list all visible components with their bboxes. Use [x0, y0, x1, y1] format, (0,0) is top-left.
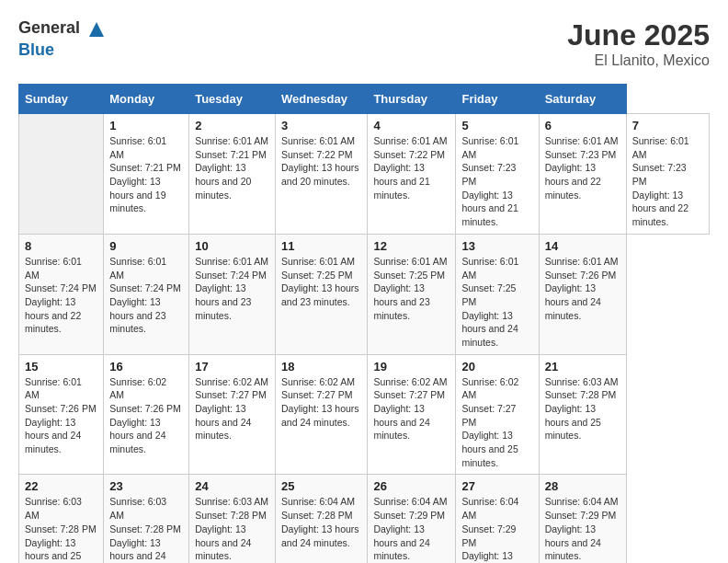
day-info: Sunrise: 6:01 AMSunset: 7:26 PMDaylight:… — [25, 376, 97, 454]
day-number: 20 — [461, 360, 532, 373]
day-info: Sunrise: 6:03 AMSunset: 7:28 PMDaylight:… — [25, 496, 97, 563]
svg-marker-0 — [89, 22, 104, 37]
day-number: 10 — [195, 239, 269, 253]
day-number: 9 — [109, 239, 183, 253]
weekday-header-thursday: Thursday — [368, 85, 456, 114]
calendar-cell: 26 Sunrise: 6:04 AMSunset: 7:29 PMDaylig… — [368, 475, 456, 563]
logo-blue: Blue — [18, 40, 54, 59]
day-number: 23 — [109, 479, 183, 493]
day-number: 22 — [25, 479, 97, 493]
logo-icon — [85, 18, 108, 40]
calendar-cell: 9 Sunrise: 6:01 AMSunset: 7:24 PMDayligh… — [104, 234, 189, 354]
day-info: Sunrise: 6:04 AMSunset: 7:29 PMDaylight:… — [461, 496, 518, 563]
day-number: 25 — [281, 479, 361, 493]
calendar-cell: 10 Sunrise: 6:01 AMSunset: 7:24 PMDaylig… — [189, 234, 276, 354]
title-section: June 2025 El Llanito, Mexico — [567, 18, 710, 69]
day-info: Sunrise: 6:01 AMSunset: 7:24 PMDaylight:… — [109, 256, 181, 334]
day-info: Sunrise: 6:01 AMSunset: 7:23 PMDaylight:… — [632, 135, 689, 227]
day-info: Sunrise: 6:04 AMSunset: 7:29 PMDaylight:… — [545, 496, 619, 561]
calendar-cell: 24 Sunrise: 6:03 AMSunset: 7:28 PMDaylig… — [189, 475, 276, 563]
calendar-cell: 17 Sunrise: 6:02 AMSunset: 7:27 PMDaylig… — [189, 354, 276, 475]
calendar-cell: 25 Sunrise: 6:04 AMSunset: 7:28 PMDaylig… — [275, 475, 367, 563]
location-title: El Llanito, Mexico — [567, 52, 710, 69]
day-info: Sunrise: 6:02 AMSunset: 7:27 PMDaylight:… — [195, 376, 268, 442]
calendar-cell: 22 Sunrise: 6:03 AMSunset: 7:28 PMDaylig… — [19, 475, 104, 563]
day-number: 26 — [373, 479, 449, 493]
weekday-header-tuesday: Tuesday — [189, 85, 276, 114]
day-info: Sunrise: 6:01 AMSunset: 7:25 PMDaylight:… — [281, 256, 359, 307]
calendar-cell: 15 Sunrise: 6:01 AMSunset: 7:26 PMDaylig… — [19, 354, 104, 475]
day-number: 5 — [461, 119, 532, 132]
day-number: 12 — [373, 239, 449, 253]
logo: General Blue — [18, 18, 108, 60]
month-title: June 2025 — [567, 18, 710, 52]
weekday-header-friday: Friday — [456, 85, 539, 114]
day-number: 28 — [545, 479, 620, 493]
day-number: 4 — [373, 119, 449, 132]
logo-text: General Blue — [18, 18, 108, 60]
calendar-cell: 28 Sunrise: 6:04 AMSunset: 7:29 PMDaylig… — [539, 475, 626, 563]
day-info: Sunrise: 6:01 AMSunset: 7:25 PMDaylight:… — [373, 256, 447, 321]
calendar-cell: 1 Sunrise: 6:01 AMSunset: 7:21 PMDayligh… — [104, 114, 189, 235]
calendar-cell: 5 Sunrise: 6:01 AMSunset: 7:23 PMDayligh… — [456, 114, 539, 235]
calendar-table: SundayMondayTuesdayWednesdayThursdayFrid… — [18, 84, 710, 563]
day-number: 7 — [632, 119, 703, 132]
calendar-cell: 16 Sunrise: 6:02 AMSunset: 7:26 PMDaylig… — [104, 354, 189, 475]
day-number: 3 — [281, 119, 361, 132]
day-info: Sunrise: 6:03 AMSunset: 7:28 PMDaylight:… — [109, 496, 181, 563]
day-number: 18 — [281, 360, 361, 373]
day-info: Sunrise: 6:02 AMSunset: 7:26 PMDaylight:… — [109, 376, 181, 454]
weekday-header-saturday: Saturday — [539, 85, 626, 114]
day-number: 14 — [545, 239, 620, 253]
calendar-cell: 3 Sunrise: 6:01 AMSunset: 7:22 PMDayligh… — [275, 114, 367, 235]
day-info: Sunrise: 6:01 AMSunset: 7:24 PMDaylight:… — [25, 256, 97, 334]
day-number: 13 — [461, 239, 532, 253]
day-info: Sunrise: 6:01 AMSunset: 7:22 PMDaylight:… — [281, 135, 359, 187]
day-number: 24 — [195, 479, 269, 493]
calendar-cell: 20 Sunrise: 6:02 AMSunset: 7:27 PMDaylig… — [456, 354, 539, 475]
weekday-header-row: SundayMondayTuesdayWednesdayThursdayFrid… — [19, 85, 710, 114]
day-number: 21 — [545, 360, 620, 373]
day-info: Sunrise: 6:02 AMSunset: 7:27 PMDaylight:… — [373, 376, 447, 442]
day-info: Sunrise: 6:01 AMSunset: 7:21 PMDaylight:… — [109, 135, 181, 213]
logo-general: General — [18, 18, 80, 37]
day-number: 16 — [109, 360, 183, 373]
calendar-cell: 23 Sunrise: 6:03 AMSunset: 7:28 PMDaylig… — [104, 475, 189, 563]
day-info: Sunrise: 6:03 AMSunset: 7:28 PMDaylight:… — [195, 496, 268, 561]
day-number: 2 — [195, 119, 269, 132]
calendar-cell: 21 Sunrise: 6:03 AMSunset: 7:28 PMDaylig… — [539, 354, 626, 475]
day-number: 19 — [373, 360, 449, 373]
header: General Blue June 2025 El Llanito, Mexic… — [18, 18, 710, 69]
day-info: Sunrise: 6:01 AMSunset: 7:24 PMDaylight:… — [195, 256, 268, 321]
calendar-cell: 11 Sunrise: 6:01 AMSunset: 7:25 PMDaylig… — [275, 234, 367, 354]
calendar-cell: 18 Sunrise: 6:02 AMSunset: 7:27 PMDaylig… — [275, 354, 367, 475]
calendar-cell: 6 Sunrise: 6:01 AMSunset: 7:23 PMDayligh… — [539, 114, 626, 235]
weekday-header-sunday: Sunday — [19, 85, 104, 114]
day-info: Sunrise: 6:01 AMSunset: 7:23 PMDaylight:… — [545, 135, 619, 201]
day-number: 27 — [461, 479, 532, 493]
calendar-cell: 4 Sunrise: 6:01 AMSunset: 7:22 PMDayligh… — [368, 114, 456, 235]
day-number: 8 — [25, 239, 97, 253]
calendar-cell: 7 Sunrise: 6:01 AMSunset: 7:23 PMDayligh… — [626, 114, 709, 235]
day-number: 15 — [25, 360, 97, 373]
calendar-cell: 12 Sunrise: 6:01 AMSunset: 7:25 PMDaylig… — [368, 234, 456, 354]
day-info: Sunrise: 6:01 AMSunset: 7:26 PMDaylight:… — [545, 256, 619, 321]
day-number: 6 — [545, 119, 620, 132]
day-info: Sunrise: 6:04 AMSunset: 7:29 PMDaylight:… — [373, 496, 447, 561]
day-info: Sunrise: 6:01 AMSunset: 7:21 PMDaylight:… — [195, 135, 268, 201]
calendar-cell: 8 Sunrise: 6:01 AMSunset: 7:24 PMDayligh… — [19, 234, 104, 354]
calendar-cell: 14 Sunrise: 6:01 AMSunset: 7:26 PMDaylig… — [539, 234, 626, 354]
calendar-cell — [19, 114, 104, 235]
day-info: Sunrise: 6:03 AMSunset: 7:28 PMDaylight:… — [545, 376, 619, 442]
day-info: Sunrise: 6:02 AMSunset: 7:27 PMDaylight:… — [281, 376, 359, 428]
weekday-header-wednesday: Wednesday — [275, 85, 367, 114]
calendar-cell: 27 Sunrise: 6:04 AMSunset: 7:29 PMDaylig… — [456, 475, 539, 563]
day-number: 17 — [195, 360, 269, 373]
weekday-header-monday: Monday — [104, 85, 189, 114]
calendar-cell: 13 Sunrise: 6:01 AMSunset: 7:25 PMDaylig… — [456, 234, 539, 354]
day-info: Sunrise: 6:01 AMSunset: 7:22 PMDaylight:… — [373, 135, 447, 201]
day-info: Sunrise: 6:02 AMSunset: 7:27 PMDaylight:… — [461, 376, 518, 468]
day-info: Sunrise: 6:01 AMSunset: 7:23 PMDaylight:… — [461, 135, 518, 227]
day-number: 11 — [281, 239, 361, 253]
day-info: Sunrise: 6:01 AMSunset: 7:25 PMDaylight:… — [461, 256, 518, 348]
